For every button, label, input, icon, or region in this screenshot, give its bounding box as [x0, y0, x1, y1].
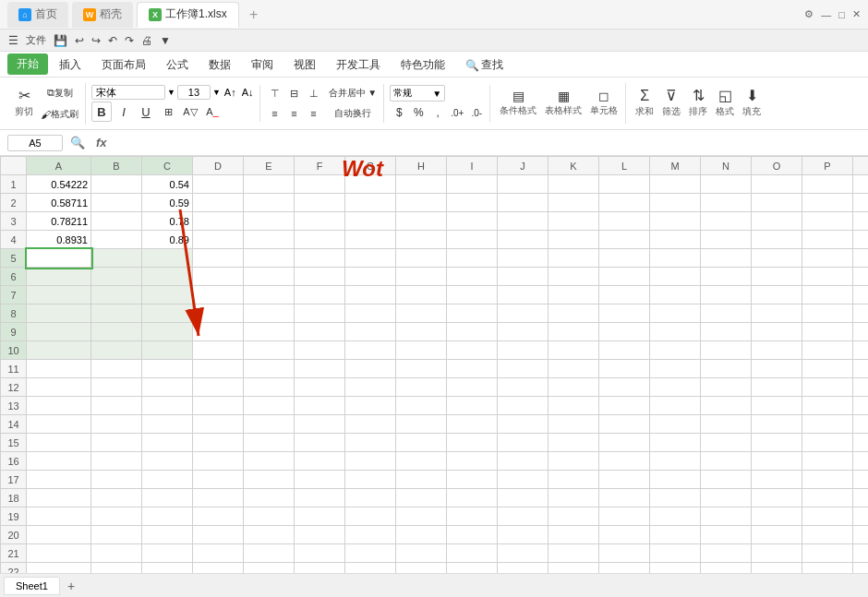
cell-G6[interactable]	[345, 268, 396, 286]
cell-K14[interactable]	[549, 415, 599, 434]
col-header-l[interactable]: L	[599, 157, 650, 175]
col-header-q[interactable]: Q	[853, 157, 869, 175]
cell-L2[interactable]	[599, 194, 650, 212]
cell-L12[interactable]	[599, 378, 650, 397]
cell-D19[interactable]	[193, 507, 244, 526]
cell-G7[interactable]	[345, 286, 396, 304]
cell-Q8[interactable]	[853, 304, 869, 323]
cell-K12[interactable]	[549, 378, 599, 397]
cell-E13[interactable]	[244, 397, 295, 415]
col-header-h[interactable]: H	[396, 157, 447, 175]
cell-N10[interactable]	[701, 341, 752, 360]
cell-I17[interactable]	[447, 471, 498, 489]
cell-H19[interactable]	[396, 507, 447, 526]
cell-C15[interactable]	[142, 434, 193, 452]
cell-D3[interactable]	[193, 212, 244, 231]
cell-I8[interactable]	[447, 304, 498, 323]
cell-F15[interactable]	[295, 434, 345, 452]
cell-L7[interactable]	[599, 286, 650, 304]
cell-G9[interactable]	[345, 323, 396, 341]
cell-I20[interactable]	[447, 526, 498, 544]
cell-M19[interactable]	[650, 507, 701, 526]
cell-M18[interactable]	[650, 489, 701, 507]
cell-N3[interactable]	[701, 212, 752, 231]
align-top-button[interactable]: ⊤	[266, 84, 284, 102]
cell-O20[interactable]	[752, 526, 802, 544]
ribbon-tab-layout[interactable]: 页面布局	[92, 54, 155, 77]
cell-A2[interactable]: 0.58711	[27, 194, 91, 212]
close-button[interactable]: ✕	[852, 8, 861, 20]
cell-N11[interactable]	[701, 360, 752, 378]
cell-M4[interactable]	[650, 231, 701, 249]
cell-N21[interactable]	[701, 544, 752, 563]
cell-B4[interactable]	[91, 231, 142, 249]
cell-I13[interactable]	[447, 397, 498, 415]
cell-C4[interactable]: 0.89	[142, 231, 193, 249]
cell-E14[interactable]	[244, 415, 295, 434]
cell-C22[interactable]	[142, 563, 193, 574]
ribbon-tab-devtools[interactable]: 开发工具	[327, 54, 390, 77]
underline-button[interactable]: U	[136, 101, 156, 122]
cell-K8[interactable]	[549, 304, 599, 323]
align-middle-button[interactable]: ⊟	[285, 84, 304, 102]
fill-color-button[interactable]: A▽	[180, 101, 200, 122]
cell-M6[interactable]	[650, 268, 701, 286]
cell-P10[interactable]	[802, 341, 853, 360]
cell-A5[interactable]	[27, 249, 91, 268]
cell-H11[interactable]	[396, 360, 447, 378]
cell-N8[interactable]	[701, 304, 752, 323]
cell-F3[interactable]	[295, 212, 345, 231]
cell-F12[interactable]	[295, 378, 345, 397]
cell-J22[interactable]	[498, 563, 549, 574]
cell-M14[interactable]	[650, 415, 701, 434]
cell-P12[interactable]	[802, 378, 853, 397]
align-right-button[interactable]: ≡	[305, 104, 323, 123]
cell-L8[interactable]	[599, 304, 650, 323]
cell-O9[interactable]	[752, 323, 802, 341]
cell-C7[interactable]	[142, 286, 193, 304]
cell-O2[interactable]	[752, 194, 802, 212]
cell-Q6[interactable]	[853, 268, 869, 286]
cell-G4[interactable]	[345, 231, 396, 249]
cell-H14[interactable]	[396, 415, 447, 434]
cell-C21[interactable]	[142, 544, 193, 563]
cell-D1[interactable]	[193, 175, 244, 194]
cell-O11[interactable]	[752, 360, 802, 378]
cell-I14[interactable]	[447, 415, 498, 434]
cell-N16[interactable]	[701, 452, 752, 471]
redo-btn[interactable]: ↪	[89, 33, 103, 48]
cell-I5[interactable]	[447, 249, 498, 268]
cell-K21[interactable]	[549, 544, 599, 563]
cell-C20[interactable]	[142, 526, 193, 544]
cell-C18[interactable]	[142, 489, 193, 507]
cell-I6[interactable]	[447, 268, 498, 286]
minimize-button[interactable]: —	[821, 9, 831, 20]
cell-M13[interactable]	[650, 397, 701, 415]
cell-L15[interactable]	[599, 434, 650, 452]
row-header-5[interactable]: 5	[1, 249, 27, 268]
cell-H5[interactable]	[396, 249, 447, 268]
cell-M7[interactable]	[650, 286, 701, 304]
cell-A8[interactable]	[27, 304, 91, 323]
cell-A19[interactable]	[27, 507, 91, 526]
cell-E17[interactable]	[244, 471, 295, 489]
cell-J6[interactable]	[498, 268, 549, 286]
decrease-font-btn[interactable]: A↓	[240, 87, 256, 98]
cell-L9[interactable]	[599, 323, 650, 341]
cell-H4[interactable]	[396, 231, 447, 249]
cell-J11[interactable]	[498, 360, 549, 378]
cell-D10[interactable]	[193, 341, 244, 360]
cell-F9[interactable]	[295, 323, 345, 341]
font-name-input[interactable]	[91, 85, 165, 100]
cell-K15[interactable]	[549, 434, 599, 452]
cell-I4[interactable]	[447, 231, 498, 249]
cell-G14[interactable]	[345, 415, 396, 434]
cell-E11[interactable]	[244, 360, 295, 378]
cell-L20[interactable]	[599, 526, 650, 544]
cell-N19[interactable]	[701, 507, 752, 526]
cell-F6[interactable]	[295, 268, 345, 286]
cell-O21[interactable]	[752, 544, 802, 563]
cell-K11[interactable]	[549, 360, 599, 378]
cell-F22[interactable]	[295, 563, 345, 574]
cell-N22[interactable]	[701, 563, 752, 574]
